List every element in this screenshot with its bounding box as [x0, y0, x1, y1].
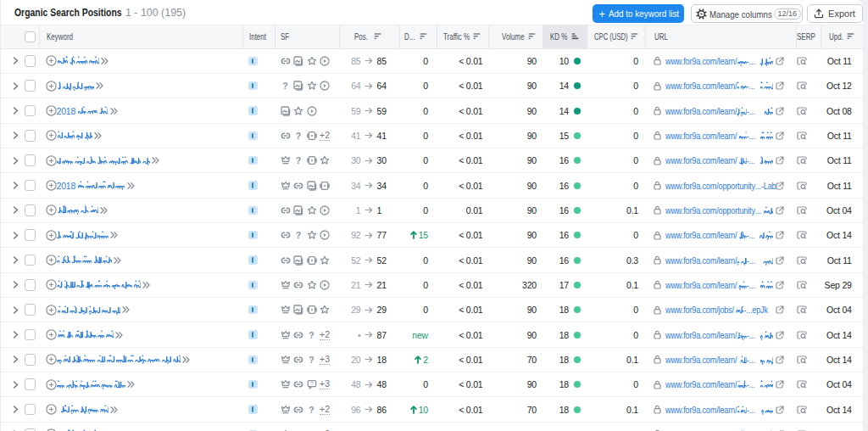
svg-text:?: ?	[310, 381, 313, 386]
